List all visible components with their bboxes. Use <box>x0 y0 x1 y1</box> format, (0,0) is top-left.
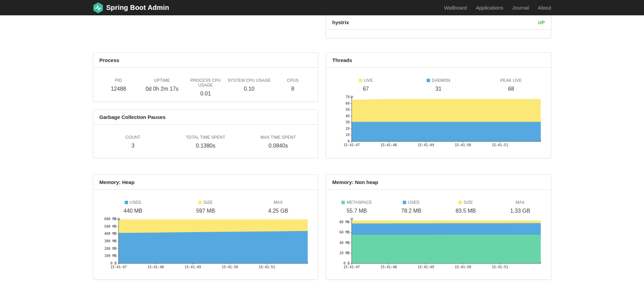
svg-text:15:41:50: 15:41:50 <box>455 265 471 269</box>
memory-nonheap-card-title: Memory: Non heap <box>326 175 551 190</box>
svg-text:20 MB: 20 MB <box>339 251 350 255</box>
svg-text:15:41:51: 15:41:51 <box>492 143 508 147</box>
process-stats: PID 12488 UPTIME 0d 0h 2m 17s PROCESS CP… <box>93 78 318 97</box>
memory-heap-chart: 0 B100 MB200 MB300 MB400 MB500 MB600 MB1… <box>100 216 311 270</box>
svg-text:70: 70 <box>346 95 350 99</box>
threads-legend: LIVE 67 DAEMON 31 PEAK LIVE 68 <box>326 78 551 92</box>
svg-text:15:41:48: 15:41:48 <box>148 265 164 269</box>
svg-text:80 MB: 80 MB <box>339 220 350 224</box>
main-content: Process PID 12488 UPTIME 0d 0h 2m 17s PR… <box>93 15 551 280</box>
application-status-badge: UP <box>538 20 545 25</box>
legend-heap-used: USED 440 MB <box>97 200 169 214</box>
svg-text:50: 50 <box>346 108 350 111</box>
svg-text:15:41:49: 15:41:49 <box>417 143 434 147</box>
svg-text:400 MB: 400 MB <box>104 232 117 235</box>
gc-card-title: Garbage Collection Pauses <box>93 110 318 125</box>
svg-text:100 MB: 100 MB <box>104 254 117 258</box>
svg-text:15:41:48: 15:41:48 <box>380 143 397 147</box>
series-used-area <box>119 231 308 263</box>
legend-heap-max: MAX 4.25 GB <box>242 200 315 214</box>
svg-text:40: 40 <box>346 114 350 118</box>
application-row-hystrix[interactable]: hystrix UP <box>326 15 551 30</box>
process-card-title: Process <box>93 53 318 68</box>
svg-text:15:41:47: 15:41:47 <box>343 265 360 269</box>
nav-wallboard[interactable]: Wallboard <box>440 5 471 11</box>
stat-cpus: CPUS 8 <box>271 78 315 97</box>
stat-uptime: UPTIME 0d 0h 2m 17s <box>140 78 184 97</box>
memory-nonheap-legend: METASPACE 55.7 MB USED 78.2 MB SIZE 83.5… <box>326 200 551 214</box>
application-name: hystrix <box>332 19 349 25</box>
stat-gc-count: COUNT 3 <box>97 135 169 149</box>
svg-text:15:41:47: 15:41:47 <box>110 265 127 269</box>
svg-text:60 MB: 60 MB <box>339 230 350 234</box>
gc-pauses-card: Garbage Collection Pauses COUNT 3 TOTAL … <box>93 109 319 158</box>
top-navbar: Spring Boot Admin Wallboard Applications… <box>0 0 644 15</box>
left-column: Process PID 12488 UPTIME 0d 0h 2m 17s PR… <box>93 15 319 280</box>
navbar-menu: Wallboard Applications Journal About <box>440 5 551 11</box>
spring-boot-admin-logo-icon <box>93 2 103 14</box>
series-daemon-area <box>352 122 541 141</box>
legend-threads-peak-live: PEAK LIVE 68 <box>475 78 547 92</box>
brand-title: Spring Boot Admin <box>106 4 169 12</box>
application-status-card: hystrix UP <box>326 15 551 38</box>
threads-card-title: Threads <box>326 53 551 68</box>
svg-text:15:41:50: 15:41:50 <box>222 265 238 269</box>
gc-stats: COUNT 3 TOTAL TIME SPENT 0.1380s MAX TIM… <box>93 135 318 149</box>
memory-nonheap-card: Memory: Non heap METASPACE 55.7 MB USED … <box>326 174 551 280</box>
svg-text:30: 30 <box>346 120 350 124</box>
legend-nonheap-size: SIZE 83.5 MB <box>439 200 493 214</box>
svg-text:500 MB: 500 MB <box>104 225 117 228</box>
svg-text:15:41:49: 15:41:49 <box>185 265 201 269</box>
legend-nonheap-used: USED 78.2 MB <box>384 200 439 214</box>
legend-nonheap-metaspace: METASPACE 55.7 MB <box>329 200 384 214</box>
stat-gc-total-time: TOTAL TIME SPENT 0.1380s <box>169 135 242 149</box>
legend-swatch <box>359 79 362 82</box>
svg-text:15:41:47: 15:41:47 <box>343 143 360 147</box>
svg-text:300 MB: 300 MB <box>104 239 117 243</box>
stat-system-cpu-usage: SYSTEM CPU USAGE 0.10 <box>227 78 271 97</box>
right-column: hystrix UP Threads LIVE 67 DAEMON 31 PEA… <box>326 15 551 280</box>
nav-applications[interactable]: Applications <box>471 5 508 11</box>
stat-pid: PID 12488 <box>97 78 140 97</box>
legend-swatch <box>403 201 406 204</box>
legend-swatch <box>198 201 202 204</box>
svg-text:15:41:51: 15:41:51 <box>492 265 508 269</box>
memory-heap-card-title: Memory: Heap <box>93 175 318 190</box>
svg-text:200 MB: 200 MB <box>104 247 117 250</box>
legend-threads-daemon: DAEMON 31 <box>402 78 475 92</box>
threads-card: Threads LIVE 67 DAEMON 31 PEAK LIVE 68 0… <box>326 52 551 158</box>
legend-swatch <box>458 201 462 204</box>
memory-nonheap-chart: 0 B20 MB40 MB60 MB80 MB15:41:4715:41:481… <box>333 216 544 270</box>
stat-gc-max-time: MAX TIME SPENT 0.0840s <box>242 135 315 149</box>
legend-heap-size: SIZE 597 MB <box>169 200 242 214</box>
memory-heap-legend: USED 440 MB SIZE 597 MB MAX 4.25 GB <box>93 200 318 214</box>
legend-swatch <box>427 79 430 82</box>
svg-text:0 B: 0 B <box>110 261 117 265</box>
legend-nonheap-max: MAX 1.33 GB <box>493 200 548 214</box>
nav-about[interactable]: About <box>533 5 551 11</box>
svg-text:15:41:49: 15:41:49 <box>417 265 434 269</box>
threads-chart: 01020304050607015:41:4715:41:4815:41:491… <box>333 94 544 148</box>
legend-swatch <box>125 201 128 204</box>
svg-text:40 MB: 40 MB <box>339 241 350 245</box>
svg-text:60: 60 <box>346 102 350 105</box>
memory-heap-card: Memory: Heap USED 440 MB SIZE 597 MB MAX… <box>93 174 319 280</box>
stat-process-cpu-usage: PROCESS CPU USAGE 0.01 <box>184 78 227 97</box>
svg-text:20: 20 <box>346 127 350 131</box>
svg-text:0 B: 0 B <box>343 261 350 265</box>
nav-journal[interactable]: Journal <box>508 5 533 11</box>
series-metaspace-area <box>352 235 541 263</box>
svg-text:15:41:50: 15:41:50 <box>455 143 471 147</box>
process-card: Process PID 12488 UPTIME 0d 0h 2m 17s PR… <box>93 52 319 102</box>
svg-text:10: 10 <box>346 133 350 137</box>
legend-swatch <box>341 201 345 204</box>
legend-threads-live: LIVE 67 <box>329 78 402 92</box>
svg-text:0: 0 <box>348 139 350 143</box>
svg-text:15:41:48: 15:41:48 <box>380 265 397 269</box>
left-column-spacer <box>93 15 319 52</box>
brand[interactable]: Spring Boot Admin <box>93 2 169 14</box>
svg-text:15:41:51: 15:41:51 <box>259 265 275 269</box>
svg-text:600 MB: 600 MB <box>104 217 117 221</box>
